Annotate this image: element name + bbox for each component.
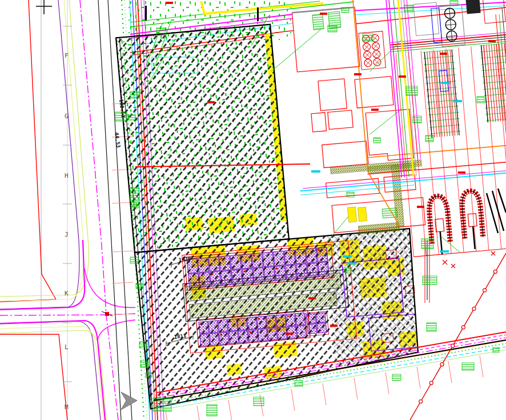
fence-post — [483, 289, 487, 292]
survey-tick — [480, 355, 483, 377]
equipment-tag-label — [130, 257, 138, 263]
site-boundary-red-line — [0, 0, 67, 420]
fence-post — [419, 400, 423, 403]
grid-row-letter: K — [65, 290, 69, 297]
survey-tick — [417, 367, 420, 389]
grid-row-letter: J — [65, 231, 69, 238]
plant-area — [114, 0, 506, 409]
equipment-tag-label — [254, 397, 264, 406]
road-centerline — [0, 0, 135, 420]
equipment-tag-label — [139, 342, 148, 348]
dimension-label: 44.53 — [114, 132, 121, 148]
red-micro-label — [330, 325, 338, 327]
equipment-tag-label — [493, 347, 499, 353]
rail-siding — [487, 189, 506, 233]
survey-tick — [228, 400, 232, 420]
red-micro-label — [308, 297, 316, 299]
red-x-markers — [443, 251, 495, 268]
cad-viewport[interactable]: FGHJKLM14201811182.5244.53 — [0, 0, 506, 420]
equipment-tag-label — [427, 323, 436, 331]
equipment-tag-label — [328, 25, 337, 32]
red-micro-label — [458, 171, 465, 174]
site-plan-drawing: FGHJKLM14201811182.5244.53 — [0, 0, 506, 420]
equipment-tag-label — [462, 363, 474, 370]
crosshair-marker — [36, 0, 52, 14]
red-micro-label — [207, 101, 215, 103]
equipment-tag-label — [404, 5, 413, 12]
equipment-tag-label — [130, 91, 139, 98]
equipment-tag-label — [374, 138, 380, 143]
fence-post — [440, 363, 444, 366]
equipment-tag-label — [128, 115, 135, 120]
survey-tick — [323, 383, 326, 405]
survey-tick — [448, 361, 452, 383]
cyan-micro-label — [440, 250, 449, 253]
grid-row-letter: L — [65, 343, 69, 351]
red-micro-label — [166, 2, 173, 4]
cyan-micro-label — [311, 170, 320, 173]
equipment-tag-label — [413, 116, 421, 123]
survey-tick — [291, 389, 295, 411]
survey-tick — [354, 378, 358, 399]
survey-tick — [166, 411, 169, 420]
equipment-tag-label — [421, 239, 433, 249]
equipment-tag-label — [140, 361, 148, 367]
survey-tick — [197, 406, 200, 420]
equipment-tag-label — [115, 112, 127, 121]
red-micro-label — [286, 333, 293, 335]
equipment-tag-label — [347, 192, 354, 197]
equipment-tag-label — [295, 381, 303, 386]
grid-row-letter: G — [65, 113, 69, 120]
cyan-micro-label — [441, 82, 450, 84]
equipment-tag-label — [207, 405, 217, 416]
equipment-tag-label — [392, 374, 401, 381]
equipment-tag-label — [406, 86, 417, 95]
cyan-micro-label — [347, 262, 356, 265]
equipment-tag-label — [131, 202, 139, 208]
mouse-cursor-arrow[interactable] — [121, 392, 137, 410]
survey-tick — [385, 372, 389, 394]
fence-post — [493, 270, 497, 273]
equipment-tag-label — [450, 1, 458, 6]
grid-row-letter: M — [65, 403, 69, 411]
equipment-tag-label — [423, 276, 437, 285]
red-micro-label — [488, 40, 496, 42]
grid-row-letter: H — [65, 172, 69, 179]
red-micro-label — [354, 73, 362, 75]
red-micro-label — [440, 53, 447, 55]
buildings — [292, 3, 427, 235]
equipment-tag-label — [153, 398, 171, 411]
cyan-micro-label — [453, 100, 462, 102]
fence-post — [461, 326, 465, 329]
fence-post — [429, 381, 433, 385]
cyan-micro-label — [343, 255, 352, 258]
red-micro-label — [371, 109, 379, 111]
pipe-racks — [423, 43, 506, 138]
red-micro-label — [417, 206, 424, 208]
equipment-tag-label — [477, 97, 484, 103]
equipment-tag-label — [363, 34, 373, 41]
equipment-tag-label — [130, 187, 139, 201]
equipment-tag-label — [136, 283, 143, 289]
parcel-a-hatch — [116, 25, 289, 253]
equipment-tag-label — [425, 135, 433, 142]
red-micro-label — [399, 75, 406, 78]
equipment-tag-label — [345, 267, 352, 273]
red-micro-label — [320, 13, 327, 15]
equipment-tag-label — [156, 28, 166, 35]
fence-post — [451, 344, 455, 347]
fence-post — [472, 307, 476, 310]
equipment-tag-label — [342, 7, 349, 13]
grid-row-letter: F — [65, 52, 69, 59]
equipment-tag-label — [146, 373, 152, 378]
